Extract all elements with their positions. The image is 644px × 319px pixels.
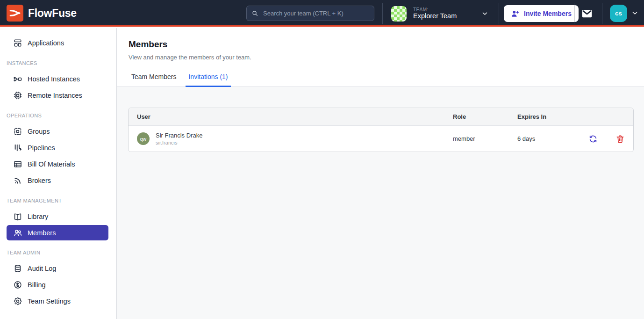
team-settings-icon [13,297,22,306]
remote-instances-icon [13,91,22,100]
sidebar-item-label: Applications [28,39,64,47]
navbar-divider [574,3,574,24]
team-label: TEAM: [413,7,457,13]
search-icon [251,10,258,17]
row-actions [588,134,625,144]
member-name: Sir Francis Drake [156,132,202,139]
sidebar-item-groups[interactable]: Groups [0,123,116,139]
user-menu[interactable]: cs [610,5,638,22]
main-content: Members View and manage the members of y… [117,28,644,319]
member-role: member [453,135,517,142]
team-avatar-icon [391,6,407,22]
chevron-down-icon [631,10,638,17]
navbar-divider [602,3,602,24]
search-input[interactable] [262,9,369,17]
page-title: Members [129,39,633,50]
table-header-row: UserRoleExpires In [129,108,633,126]
navbar-divider [382,3,383,24]
sidebar-section-label-instances: INSTANCES [7,60,110,66]
resend-invite-icon [588,134,598,144]
sidebar-item-members[interactable]: Members [7,225,108,240]
user-cell: qwSir Francis Drakesir.francis [137,132,453,145]
column-header-role: Role [453,113,517,120]
tab-team-members[interactable]: Team Members [129,69,179,87]
sidebar-item-applications[interactable]: Applications [0,35,116,51]
resend-invite-button[interactable] [588,134,598,144]
column-header-user: User [137,113,453,120]
invitation-row: qwSir Francis Drakesir.francismember6 da… [129,126,633,152]
brand-name: FlowFuse [28,7,77,20]
top-navbar: FlowFuse TEAM: Explorer Team Invite Memb… [0,0,644,27]
brokers-icon [13,176,22,185]
delete-invite-icon [615,134,625,144]
page-subtitle: View and manage the members of your team… [129,54,633,61]
sidebar-section-label-operations: OPERATIONS [7,113,110,118]
sidebar-item-remote-instances[interactable]: Remote Instances [0,87,116,103]
member-avatar: qw [137,132,150,145]
sidebar-section-label-team-admin: TEAM ADMIN [7,250,110,255]
tab-bar: Team MembersInvitations (1) [117,69,644,87]
sidebar-item-label: Billing [28,281,46,289]
invite-members-label: Invite Members [524,10,572,17]
sidebar-item-pipelines[interactable]: Pipelines [0,139,116,156]
column-header-expires-in: Expires In [517,113,588,120]
invite-members-button[interactable]: Invite Members [504,5,579,22]
sidebar-item-label: Pipelines [28,144,55,152]
groups-icon [13,127,22,136]
sidebar-item-label: Team Settings [28,297,71,305]
sidebar-item-hosted-instances[interactable]: Hosted Instances [0,71,116,87]
member-username: sir.francis [156,140,202,145]
applications-icon [13,38,22,48]
team-selector[interactable]: TEAM: Explorer Team [391,5,492,22]
user-add-icon [511,9,520,18]
sidebar-item-billing[interactable]: Billing [0,276,116,293]
sidebar-item-label: Groups [28,128,50,135]
sidebar-item-team-settings[interactable]: Team Settings [0,293,116,309]
sidebar-item-label: Brokers [28,177,51,184]
invitations-table: UserRoleExpires In qwSir Francis Drakesi… [128,108,634,152]
audit-log-icon [13,264,22,273]
library-icon [13,212,22,221]
sidebar-item-audit-log[interactable]: Audit Log [0,260,116,276]
team-name: Explorer Team [413,12,457,20]
mail-icon [581,7,593,20]
billing-icon [13,280,22,290]
delete-invite-button[interactable] [615,134,625,144]
flowfuse-brand[interactable]: FlowFuse [7,5,77,22]
tab-content: UserRoleExpires In qwSir Francis Drakesi… [117,87,644,319]
sidebar: ApplicationsINSTANCESHosted InstancesRem… [0,28,117,319]
sidebar-item-library[interactable]: Library [0,208,116,225]
sidebar-item-label: Audit Log [28,265,56,272]
sidebar-item-label: Library [28,213,48,220]
members-icon [13,228,22,238]
notifications-button[interactable] [581,7,593,20]
chevron-down-icon [481,10,488,17]
sidebar-item-label: Remote Instances [28,92,82,99]
sidebar-item-brokers[interactable]: Brokers [0,172,116,188]
flowfuse-logo-icon [7,5,23,22]
tab-invitations-1[interactable]: Invitations (1) [186,69,230,87]
bill-of-materials-icon [13,160,22,169]
search-box [246,6,374,21]
sidebar-item-bill-of-materials[interactable]: Bill Of Materials [0,156,116,172]
sidebar-item-label: Members [28,229,56,237]
user-avatar: cs [610,5,627,22]
invite-expires-in: 6 days [517,135,588,142]
sidebar-item-label: Hosted Instances [28,75,80,83]
hosted-instances-icon [13,74,22,84]
sidebar-item-label: Bill Of Materials [28,160,75,168]
pipelines-icon [13,143,22,152]
sidebar-section-label-team-management: TEAM MANAGEMENT [7,198,110,203]
navbar-divider [499,3,499,24]
